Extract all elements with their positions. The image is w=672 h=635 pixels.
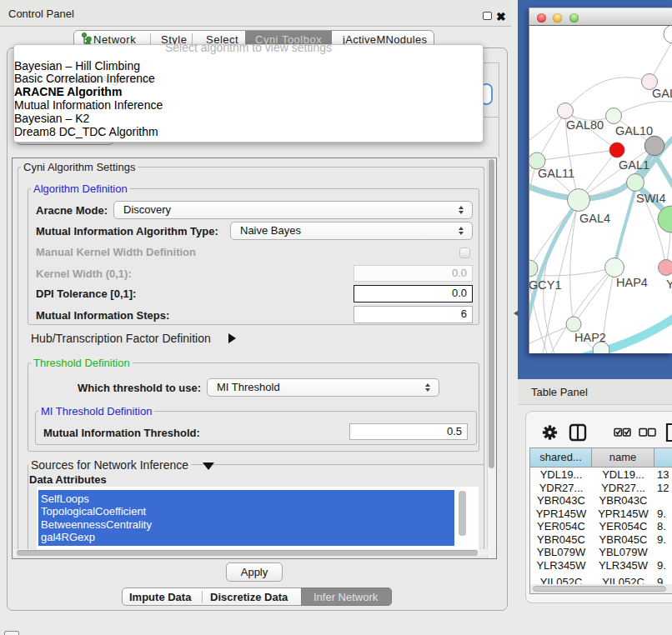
svg-text:HAP4: HAP4 bbox=[616, 276, 648, 289]
svg-text:GCY1: GCY1 bbox=[529, 278, 562, 292]
svg-text:GAL11: GAL11 bbox=[538, 167, 574, 180]
svg-text:GAL1: GAL1 bbox=[619, 158, 649, 172]
svg-text:HAP2: HAP2 bbox=[574, 331, 606, 344]
svg-text:Y: Y bbox=[666, 278, 672, 291]
svg-text:GAL: GAL bbox=[652, 87, 672, 100]
svg-text:GAL80: GAL80 bbox=[566, 118, 604, 132]
svg-text:SWI4: SWI4 bbox=[636, 192, 665, 205]
svg-text:GAL4: GAL4 bbox=[579, 212, 610, 225]
svg-text:GAL10: GAL10 bbox=[615, 124, 653, 138]
